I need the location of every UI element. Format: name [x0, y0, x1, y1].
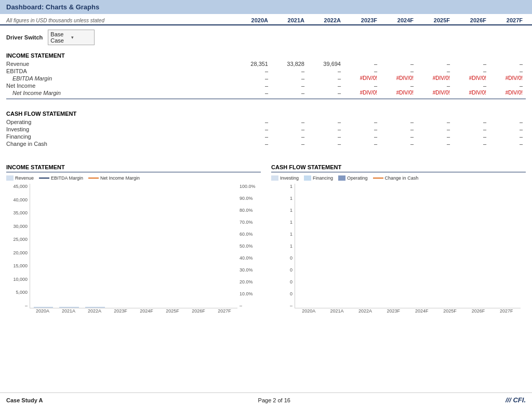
cf-y-axis-label: 1 — [290, 232, 292, 237]
cf-y-axis-label: 0 — [290, 279, 292, 284]
cell: – — [380, 133, 417, 140]
column-header: 2027F — [489, 17, 526, 23]
cell: – — [417, 126, 453, 132]
income-chart-area: 45,00040,00035,00030,00025,00020,00015,0… — [6, 184, 261, 319]
x-axis-label: 2025F — [159, 308, 185, 314]
y-axis-label: 15,000 — [13, 263, 28, 268]
footer-right: /// CFI. — [506, 396, 526, 404]
x-axis-label: 2024F — [134, 308, 159, 314]
column-headers: 2020A2021A2022A2023F2024F2025F2026F2027F — [204, 17, 526, 23]
row-cells: –––––––– — [204, 141, 526, 147]
cell: – — [235, 141, 271, 147]
cell: – — [344, 83, 380, 89]
cf-x-axis-label: 2023F — [379, 308, 407, 314]
table-row: EBITDA Margin–––#DIV/0!#DIV/0!#DIV/0!#DI… — [0, 75, 532, 82]
cf-chart-inner: 1111110000– — [271, 184, 526, 308]
row-label: Net Income Margin — [6, 90, 204, 96]
cell: #DIV/0! — [344, 75, 380, 82]
cell: – — [235, 83, 271, 89]
cell: – — [489, 83, 526, 89]
cell: – — [417, 141, 453, 147]
divider — [6, 99, 526, 99]
cell: – — [489, 133, 526, 140]
cell: – — [417, 61, 453, 67]
cell: 28,351 — [235, 61, 271, 67]
legend-item: Revenue — [6, 175, 34, 181]
charts-section: INCOME STATEMENT RevenueEBITDA MarginNet… — [0, 159, 532, 324]
cell: – — [344, 119, 380, 125]
cf-x-labels: 2020A2021A2022A2023F2024F2025F2026F2027F — [271, 308, 526, 314]
row-label: Change in Cash — [6, 141, 204, 147]
cf-chart-title: CASH FLOW STATEMENT — [271, 164, 526, 172]
cell: #DIV/0! — [344, 90, 380, 96]
cell: – — [271, 75, 308, 82]
cf-chart-area: 1111110000– 2020A2021A2022A2023F2024F202… — [271, 184, 526, 319]
y-axis-right-label: 30.0% — [240, 267, 253, 273]
x-axis-label: 2026F — [185, 308, 211, 314]
cell: – — [417, 83, 453, 89]
cf-x-axis-label: 2021A — [323, 308, 351, 314]
cell: – — [489, 68, 526, 74]
cf-legend-item: Investing — [271, 175, 299, 181]
bar-group — [31, 307, 56, 308]
y-axis-label: 45,000 — [13, 184, 28, 189]
driver-switch-row: Driver Switch Base Case ▾ — [0, 25, 532, 49]
driver-switch-select[interactable]: Base Case ▾ — [48, 30, 95, 45]
cell: – — [308, 83, 344, 89]
y-axis-right: 100.0%90.0%80.0%70.0%60.0%50.0%40.0%30.0… — [237, 184, 261, 308]
footer: Case Study A Page 2 of 16 /// CFI. — [0, 392, 532, 407]
bars-inner — [30, 184, 237, 308]
y-axis-right-label: 90.0% — [240, 196, 253, 201]
legend-label: Net Income Margin — [100, 175, 140, 181]
y-axis-right-label: 20.0% — [240, 279, 253, 284]
cf-x-axis-label: 2026F — [464, 308, 492, 314]
cell: #DIV/0! — [417, 90, 453, 96]
cell: – — [417, 119, 453, 125]
cf-legend-label: Operating — [347, 175, 368, 181]
x-axis-label: 2021A — [56, 308, 82, 314]
cell: – — [489, 61, 526, 67]
cell: – — [453, 126, 489, 132]
legend-item: EBITDA Margin — [39, 175, 83, 181]
column-header: 2024F — [380, 17, 417, 23]
cell: – — [308, 133, 344, 140]
cell: #DIV/0! — [453, 75, 489, 82]
cf-legend-item: Change in Cash — [373, 175, 419, 181]
cell: – — [308, 75, 344, 82]
cell: – — [271, 90, 308, 96]
cf-legend-item: Financing — [304, 175, 333, 181]
cell: – — [344, 68, 380, 74]
row-cells: –––––––– — [204, 68, 526, 74]
cell: #DIV/0! — [380, 75, 417, 82]
cell: – — [380, 119, 417, 125]
cell: – — [417, 68, 453, 74]
bar-group — [57, 307, 82, 308]
table-row: Change in Cash–––––––– — [0, 140, 532, 147]
cfi-logo: /// CFI. — [506, 396, 526, 404]
cell: – — [380, 141, 417, 147]
y-axis-right-label: – — [240, 303, 242, 308]
cf-y-axis-label: – — [290, 303, 292, 308]
cell: 33,828 — [271, 61, 308, 67]
row-cells: 28,35133,82839,694––––– — [204, 61, 526, 67]
cell: – — [235, 68, 271, 74]
cell: – — [417, 133, 453, 140]
table-row: Net Income–––––––– — [0, 82, 532, 89]
income-statement-title: INCOME STATEMENT — [0, 49, 532, 60]
header-row: All figures in USD thousands unless stat… — [0, 14, 532, 25]
cell: – — [453, 119, 489, 125]
cell: – — [271, 126, 308, 132]
legend-item: Net Income Margin — [88, 175, 140, 181]
income-chart: INCOME STATEMENT RevenueEBITDA MarginNet… — [6, 164, 261, 319]
driver-switch-label: Driver Switch — [6, 34, 43, 40]
title-bar: Dashboard: Charts & Graphs — [0, 0, 532, 14]
row-cells: –––––––– — [204, 133, 526, 140]
table-row: Operating–––––––– — [0, 118, 532, 126]
cell: – — [489, 126, 526, 132]
cf-bars-area — [295, 184, 521, 308]
cell: – — [271, 119, 308, 125]
x-axis-label: 2027F — [211, 308, 237, 314]
cf-x-axis-label: 2022A — [351, 308, 379, 314]
cell: – — [271, 83, 308, 89]
cell: – — [308, 90, 344, 96]
